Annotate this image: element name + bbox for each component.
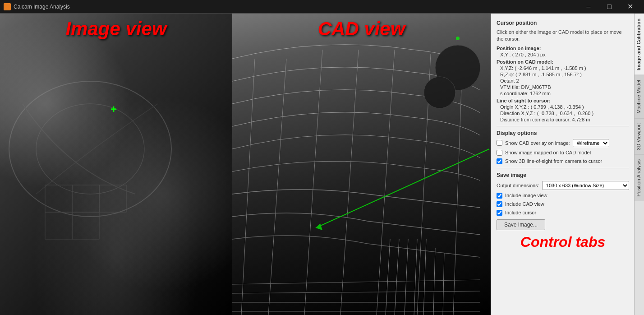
right-panel: Cursor position Click on either the imag… — [491, 14, 644, 315]
tab-3d-viewport[interactable]: 3D Viewport — [635, 118, 644, 155]
main-area: Image view + — [0, 14, 644, 315]
svg-line-14 — [414, 239, 417, 315]
show-cad-overlay-checkbox[interactable] — [497, 140, 502, 146]
cursor-position-desc: Click on either the image or CAD model t… — [497, 29, 629, 43]
app-title: Calcam Image Analysis — [14, 4, 70, 10]
show-cad-overlay-row: Show CAD overlay on image: Wireframe Sol… — [497, 139, 629, 147]
svg-marker-19 — [316, 223, 322, 230]
show-3d-line-label[interactable]: Show 3D line-of-sight from camera to cur… — [505, 158, 602, 164]
titlebar: Calcam Image Analysis – □ ✕ — [0, 0, 644, 14]
include-cursor-checkbox[interactable] — [497, 210, 502, 216]
include-image-view-checkbox[interactable] — [497, 193, 502, 199]
vertical-tabs: Image and Calibration Machine Model 3D V… — [634, 14, 644, 315]
svg-line-8 — [232, 291, 480, 293]
show-3d-line-checkbox[interactable] — [497, 158, 502, 164]
control-content: Cursor position Click on either the imag… — [491, 14, 635, 315]
show-image-mapped-row: Show image mapped on to CAD model — [497, 150, 629, 156]
include-cad-view-checkbox[interactable] — [497, 201, 502, 207]
include-cursor-label[interactable]: Include cursor — [505, 210, 536, 215]
cad-view-label: CAD view — [318, 18, 405, 40]
svg-line-17 — [443, 253, 444, 315]
svg-line-7 — [232, 280, 480, 284]
cad-view-panel[interactable]: CAD view — [232, 14, 491, 315]
divider-2 — [497, 168, 629, 168]
cursor-crosshair: + — [110, 104, 117, 115]
cad-overlay-svg — [232, 14, 491, 315]
close-button[interactable]: ✕ — [620, 0, 640, 14]
los-label: Line of sight to cursor: — [497, 98, 629, 103]
los-direction: Direction X,Y,Z : ( -0.728 , -0.634 , -0… — [500, 111, 629, 116]
minimize-button[interactable]: – — [578, 0, 599, 14]
position-on-cad-label: Position on CAD model: — [497, 59, 629, 65]
control-tabs-label: Control tabs — [497, 230, 629, 254]
svg-line-16 — [433, 248, 435, 315]
include-image-view-row: Include image view — [497, 193, 629, 199]
los-origin: Origin X,Y,Z : ( 0.799 , 4.138 , -0.354 … — [500, 104, 629, 110]
show-image-mapped-checkbox[interactable] — [497, 150, 502, 156]
vtm-tile-value: VTM tile: DIV_M06T7B — [500, 84, 629, 90]
svg-point-22 — [424, 77, 455, 108]
position-on-image-label: Position on image: — [497, 46, 629, 51]
svg-point-0 — [9, 81, 171, 217]
image-view-panel[interactable]: Image view + — [0, 14, 232, 315]
include-image-view-label[interactable]: Include image view — [505, 193, 547, 198]
window-controls: – □ ✕ — [578, 0, 640, 14]
svg-rect-3 — [72, 185, 99, 212]
maximize-button[interactable]: □ — [599, 0, 620, 14]
tab-image-calibration[interactable]: Image and Calibration — [635, 14, 644, 75]
cursor-position-title: Cursor position — [497, 20, 629, 26]
wireframe-dropdown[interactable]: Wireframe Solid Points — [573, 139, 609, 147]
output-dimensions-dropdown[interactable]: 1030 x 633 (Window Size) 1920 x 1080 Cus… — [542, 181, 629, 190]
include-cad-view-label[interactable]: Include CAD view — [505, 201, 544, 207]
los-distance: Distance from camera to cursor: 4.728 m — [500, 117, 629, 122]
show-cad-overlay-label[interactable]: Show CAD overlay on image: — [505, 140, 570, 146]
show-image-mapped-label[interactable]: Show image mapped on to CAD model — [505, 150, 591, 155]
svg-line-13 — [405, 239, 408, 315]
rz-value: R,Z,φ: ( 2.881 m , -1.585 m , 156.7° ) — [500, 72, 629, 77]
output-dimensions-label: Output dimensions: — [497, 183, 539, 188]
display-options-title: Display options — [497, 130, 629, 136]
save-image-title: Save image — [497, 172, 629, 178]
svg-line-12 — [395, 239, 399, 315]
app-icon — [4, 3, 11, 10]
output-dimensions-row: Output dimensions: 1030 x 633 (Window Si… — [497, 181, 629, 190]
s-coord-value: s coordinate: 1762 mm — [500, 91, 629, 96]
save-image-section: Save image Output dimensions: 1030 x 633… — [497, 172, 629, 230]
svg-point-20 — [456, 37, 460, 40]
include-cursor-row: Include cursor — [497, 210, 629, 216]
svg-line-11 — [386, 239, 390, 315]
svg-rect-2 — [45, 185, 72, 212]
image-view-label: Image view — [65, 18, 166, 40]
position-on-image-value: X,Y : ( 270 , 204 ) px — [500, 52, 629, 57]
tab-position-analysis[interactable]: Position Analysis — [635, 154, 644, 201]
octant-value: Octant 2 — [500, 78, 629, 83]
svg-rect-5 — [45, 212, 72, 239]
include-cad-view-row: Include CAD view — [497, 201, 629, 207]
camera-overlay-svg — [0, 14, 232, 315]
divider-1 — [497, 126, 629, 126]
xyz-value: X,Y,Z: ( -2.646 m , 1.141 m , -1.585 m ) — [500, 65, 629, 71]
tab-machine-model[interactable]: Machine Model — [635, 75, 644, 118]
save-image-button[interactable]: Save Image... — [497, 219, 545, 230]
show-3d-line-row: Show 3D line-of-sight from camera to cur… — [497, 158, 629, 164]
svg-line-18 — [316, 149, 489, 228]
